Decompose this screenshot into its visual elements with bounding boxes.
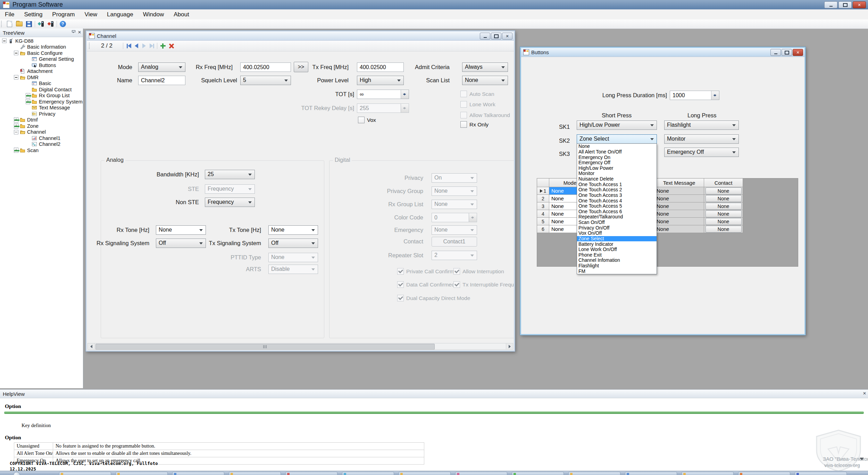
close-button[interactable] <box>853 1 866 8</box>
text-message-cell[interactable]: None <box>654 218 704 225</box>
text-message-cell[interactable]: None <box>654 202 704 210</box>
expander-minus-icon[interactable] <box>14 130 18 134</box>
channel-close-button[interactable] <box>502 33 512 40</box>
contact-button[interactable]: None <box>706 188 742 194</box>
dropdown-item-one-touch-access-6[interactable]: One Touch Access 6 <box>577 209 657 215</box>
contact-button[interactable]: None <box>706 210 742 217</box>
contact-button[interactable]: None <box>706 203 742 210</box>
taskbar-button[interactable] <box>625 472 677 475</box>
dropdown-item-channel-infomation[interactable]: Channel Infomation <box>577 258 657 263</box>
dropdown-item-high-low-power[interactable]: High/Low Power <box>577 166 657 171</box>
dropdown-item-scan-on-off[interactable]: Scan On/Off <box>577 220 657 225</box>
add-record-button[interactable] <box>160 43 166 49</box>
open-file-icon[interactable] <box>15 20 23 28</box>
non-ste-combo[interactable]: Frequency <box>205 198 255 207</box>
menu-setting[interactable]: Setting <box>19 9 47 19</box>
spinner-arrows-icon[interactable] <box>711 91 719 100</box>
dropdown-item-one-touch-access-5[interactable]: One Touch Access 5 <box>577 203 657 209</box>
tree-item-rx-group-list[interactable]: Rx Group List <box>0 93 83 99</box>
sk2-short-combo[interactable]: Zone Select <box>577 134 657 144</box>
tx-signaling-system-combo[interactable]: Off <box>268 239 318 248</box>
dropdown-item-lone-work-on-off[interactable]: Lone Work On/Off <box>577 247 657 252</box>
name-input[interactable]: Channel2 <box>138 76 185 85</box>
expander-plus-icon[interactable] <box>14 123 18 128</box>
sk1-long-combo[interactable]: Flashlight <box>664 120 739 130</box>
close-icon[interactable]: ✕ <box>863 391 866 396</box>
grid-row-header[interactable]: 1 <box>537 187 549 195</box>
dropdown-item-repeater-talkaround[interactable]: Repeater/Talkaround <box>577 214 657 220</box>
tx-tone-combo[interactable]: None <box>268 225 318 235</box>
spinner-arrows-icon[interactable] <box>401 104 409 112</box>
dropdown-item-phone-exit[interactable]: Phone Exit <box>577 252 657 258</box>
new-file-icon[interactable] <box>6 20 13 28</box>
last-record-button[interactable] <box>149 43 155 49</box>
rx-only-checkbox[interactable]: Rx Only <box>460 121 489 128</box>
taskbar-button[interactable] <box>455 472 507 475</box>
bandwidth-combo[interactable]: 25 <box>205 170 255 179</box>
tree-item-basic-configure[interactable]: Basic Configure <box>0 50 83 56</box>
taskbar-button[interactable] <box>59 472 111 475</box>
grid-row-header[interactable]: 2 <box>537 195 549 202</box>
write-to-radio-icon[interactable] <box>47 20 55 28</box>
contact-button[interactable]: None <box>706 226 742 233</box>
grid-row-header[interactable]: 3 <box>537 202 549 210</box>
buttons-minimize-button[interactable] <box>770 49 781 56</box>
tx-freq-input[interactable]: 400.02500 <box>357 62 404 72</box>
taskbar-button[interactable] <box>116 472 168 475</box>
text-message-cell[interactable]: None <box>654 195 704 202</box>
scroll-right-button[interactable] <box>506 343 513 349</box>
channel-titlebar[interactable]: Channel <box>87 32 514 41</box>
dropdown-item-one-touch-access-3[interactable]: One Touch Access 3 <box>577 193 657 198</box>
taskbar-button[interactable] <box>172 472 224 475</box>
minimize-button[interactable] <box>824 1 837 8</box>
maximize-button[interactable] <box>838 1 852 8</box>
mode-combo[interactable]: Analog <box>138 62 185 72</box>
next-record-button[interactable] <box>141 43 147 49</box>
tree-item-dmr[interactable]: DMR <box>0 74 83 81</box>
tree-item-kg-d88[interactable]: KG-D88 <box>0 38 83 44</box>
previous-record-button[interactable] <box>133 43 140 49</box>
horizontal-scrollbar[interactable] <box>87 343 513 350</box>
sk1-short-combo[interactable]: High/Low Power <box>577 120 657 130</box>
tree-item-basic[interactable]: Basic <box>0 81 83 87</box>
taskbar-button[interactable] <box>795 472 847 475</box>
dropdown-item-all-alert-tone-on-off[interactable]: All Alert Tone On/Off <box>577 149 657 155</box>
sk3-long-combo[interactable]: Emergency Off <box>664 148 739 157</box>
first-record-button[interactable] <box>126 43 132 49</box>
expander-plus-icon[interactable] <box>26 99 30 104</box>
dropdown-item-zone-select[interactable]: Zone Select <box>577 236 657 242</box>
dropdown-item-none[interactable]: None <box>577 144 657 149</box>
read-from-radio-icon[interactable] <box>37 20 45 28</box>
spinner-arrows-icon[interactable] <box>469 213 477 222</box>
tree-item-channel[interactable]: Channel <box>0 129 83 135</box>
tree-item-scan[interactable]: Scan <box>0 147 83 153</box>
dropdown-item-emergency-on[interactable]: Emergency On <box>577 155 657 160</box>
tree-item-buttons[interactable]: Buttons <box>0 62 83 68</box>
menu-window[interactable]: Window <box>138 9 169 19</box>
taskbar-button[interactable] <box>568 472 620 475</box>
start-button[interactable] <box>13 472 20 475</box>
grid-row-header[interactable]: 4 <box>537 210 549 218</box>
tree-item-general-setting[interactable]: General Setting <box>0 56 83 62</box>
menu-language[interactable]: Language <box>102 9 138 19</box>
power-level-combo[interactable]: High <box>357 76 404 85</box>
long-press-duration-spinner[interactable]: 1000 <box>670 91 719 100</box>
expander-plus-icon[interactable] <box>14 117 18 123</box>
taskbar-button[interactable] <box>399 472 451 475</box>
save-file-icon[interactable] <box>25 20 33 28</box>
text-message-cell[interactable]: None <box>654 225 704 233</box>
scroll-left-button[interactable] <box>88 343 95 349</box>
menu-program[interactable]: Program <box>47 9 80 19</box>
pin-icon[interactable] <box>71 30 76 35</box>
dropdown-item-monitor[interactable]: Monitor <box>577 171 657 176</box>
expander-minus-icon[interactable] <box>14 51 18 55</box>
scrollbar-thumb[interactable] <box>95 344 435 350</box>
tree-item-text-message[interactable]: Text Message <box>0 105 83 111</box>
dropdown-item-one-touch-access-1[interactable]: One Touch Access 1 <box>577 182 657 187</box>
tree-item-basic-information[interactable]: Basic Information <box>0 44 83 50</box>
vox-checkbox[interactable]: Vox <box>358 116 376 124</box>
tree-item-attachment[interactable]: Attachment <box>0 68 83 75</box>
menu-view[interactable]: View <box>80 9 102 19</box>
taskbar-button[interactable] <box>342 472 394 475</box>
tree-item-channel2[interactable]: Channel2 <box>0 141 83 148</box>
